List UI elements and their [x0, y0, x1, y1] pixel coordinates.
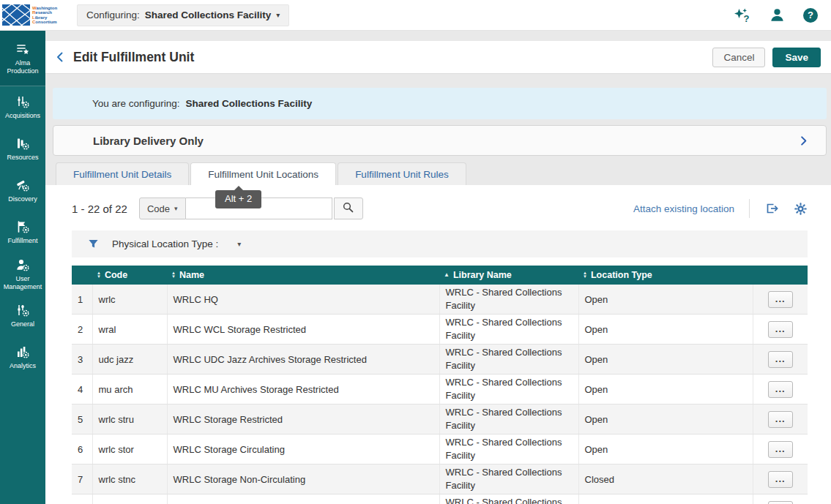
fulfillment-icon [15, 219, 30, 234]
cell-code: udc jazz [92, 345, 167, 375]
cell-actions: ... [753, 315, 808, 345]
cell-location-type: Open [578, 285, 753, 315]
configuring-value: Shared Collections Facility [145, 10, 272, 20]
sidebar: Alma Production Acquisitions Resources D… [0, 31, 45, 504]
tab-fulfillment-unit-rules[interactable]: Fulfillment Unit Rules [338, 162, 466, 185]
cell-actions: ... [753, 345, 808, 375]
cell-actions: ... [753, 435, 808, 464]
sidebar-item-discovery[interactable]: Discovery [0, 170, 45, 211]
sort-icon: ▲▼ [583, 271, 587, 279]
library-delivery-only-section[interactable]: Library Delivery Only [53, 125, 827, 156]
chevron-right-icon[interactable] [798, 135, 810, 146]
sidebar-item-fulfillment[interactable]: Fulfillment [0, 211, 45, 253]
row-number: 4 [72, 375, 92, 405]
row-actions-button[interactable]: ... [768, 441, 793, 458]
general-icon [15, 303, 30, 317]
cell-code: mu arch [92, 375, 167, 405]
user-management-icon [15, 257, 30, 272]
cell-actions: ... [753, 405, 808, 435]
discovery-icon [15, 178, 30, 192]
cell-name: WRLC WCL Storage Restricted [167, 315, 439, 345]
cell-library-name: WRLC - Shared Collections Facility [439, 375, 578, 405]
sidebar-item-alma-production[interactable]: Alma Production [0, 31, 45, 86]
cell-name: WRLC Storage Circulating [167, 435, 439, 464]
main-content: Edit Fulfillment Unit Cancel Save You ar… [45, 31, 831, 504]
sidebar-item-resources[interactable]: Resources [0, 128, 45, 170]
cell-code: wrlc stnc [92, 464, 167, 494]
col-code[interactable]: ▲▼ Code [92, 266, 167, 285]
row-actions-button[interactable]: ... [768, 381, 793, 398]
page-header: Edit Fulfillment Unit Cancel Save [45, 41, 831, 74]
shortcut-tooltip: Alt + 2 [215, 190, 261, 208]
row-actions-button[interactable]: ... [768, 351, 793, 368]
settings-gear-icon[interactable] [794, 202, 808, 216]
row-number: 8 [72, 494, 92, 504]
table-row: 3 udc jazz WRLC UDC Jazz Archives Storag… [72, 345, 808, 375]
configuring-dropdown[interactable]: Configuring: Shared Collections Facility… [77, 4, 289, 26]
topbar: Washington Research Library Consortium C… [0, 0, 831, 31]
table-row: 6 wrlc stor WRLC Storage Circulating WRL… [72, 435, 808, 464]
wrlc-logo-text: Washington Research Library Consortium [32, 6, 57, 25]
cell-name: WRLC UDC Jazz Archives Storage Restricte… [167, 345, 439, 375]
wrlc-logo[interactable]: Washington Research Library Consortium [0, 4, 73, 26]
tab-fulfillment-unit-details[interactable]: Fulfillment Unit Details [56, 162, 189, 185]
toolbar-right: Attach existing location [633, 199, 808, 218]
sort-icon: ▲▼ [97, 271, 101, 279]
cell-actions: ... [753, 285, 808, 315]
table-row: 7 wrlc stnc WRLC Storage Non-Circulating… [72, 464, 808, 494]
search-button[interactable] [334, 198, 363, 219]
col-name[interactable]: ▲▼ Name [167, 266, 439, 285]
cell-code: wrlc stor [92, 435, 167, 464]
row-actions-button[interactable]: ... [768, 471, 793, 488]
configuring-info-bar: You are configuring: Shared Collections … [53, 88, 827, 119]
cell-location-type: Open [578, 405, 753, 435]
back-button[interactable] [54, 50, 67, 64]
sort-icon: ▲▼ [171, 271, 176, 279]
export-icon[interactable] [764, 201, 779, 216]
row-actions-button[interactable]: ... [768, 291, 793, 308]
col-library-name[interactable]: ▲ Library Name [439, 266, 578, 285]
tab-fulfillment-unit-locations[interactable]: Fulfillment Unit Locations [190, 162, 336, 185]
list-toolbar: 1 - 22 of 22 Code ▾ [45, 185, 831, 219]
sidebar-item-analytics[interactable]: Analytics [0, 336, 45, 378]
analytics-icon [15, 345, 30, 359]
cell-library-name: WRLC - Shared Collections Facility [439, 285, 578, 315]
filter-label: Physical Location Type : [112, 238, 218, 249]
sidebar-item-acquisitions[interactable]: Acquisitions [0, 86, 45, 128]
app-body: Alma Production Acquisitions Resources D… [0, 31, 831, 504]
cell-name: WRLC Storage Restricted [167, 405, 439, 435]
info-bar-value: Shared Collections Facility [186, 98, 313, 109]
search-field-dropdown[interactable]: Code ▾ [139, 198, 186, 219]
topbar-icons: ? ? [732, 7, 831, 23]
ai-assistant-icon[interactable]: ? [732, 7, 751, 23]
row-actions-button[interactable]: ... [768, 411, 793, 428]
sort-icon: ▲ [444, 272, 450, 278]
cell-code: wrlc stru [92, 405, 167, 435]
locations-tab-panel: Alt + 2 1 - 22 of 22 Code ▾ [45, 185, 831, 504]
filter-dropdown[interactable]: ▾ [237, 240, 241, 248]
page-title: Edit Fulfillment Unit [73, 50, 194, 65]
table-row: 5 wrlc stru WRLC Storage Restricted WRLC… [72, 405, 808, 435]
save-button[interactable]: Save [772, 48, 821, 67]
cell-code: wrlc [92, 285, 167, 315]
cancel-button[interactable]: Cancel [712, 48, 765, 67]
search-icon [342, 201, 354, 216]
row-number: 2 [72, 315, 92, 345]
chevron-down-icon: ▾ [174, 205, 178, 212]
info-bar-label: You are configuring: [92, 98, 180, 109]
section-title: Library Delivery Only [93, 135, 204, 147]
alma-app: Washington Research Library Consortium C… [0, 0, 831, 504]
help-icon[interactable]: ? [803, 8, 818, 23]
wrlc-logo-icon [2, 4, 30, 26]
row-actions-button[interactable]: ... [768, 501, 793, 504]
sidebar-item-user-management[interactable]: User Management [0, 253, 45, 295]
sidebar-item-general[interactable]: General [0, 295, 45, 336]
attach-existing-location-link[interactable]: Attach existing location [633, 203, 734, 214]
cell-library-name: WRLC - Shared Collections Facility [439, 435, 578, 464]
filter-icon[interactable] [88, 238, 99, 249]
user-icon[interactable] [769, 7, 786, 23]
row-actions-button[interactable]: ... [768, 321, 793, 338]
alma-production-icon [15, 42, 30, 56]
cell-actions: ... [753, 375, 808, 405]
col-location-type[interactable]: ▲▼ Location Type [578, 266, 753, 285]
